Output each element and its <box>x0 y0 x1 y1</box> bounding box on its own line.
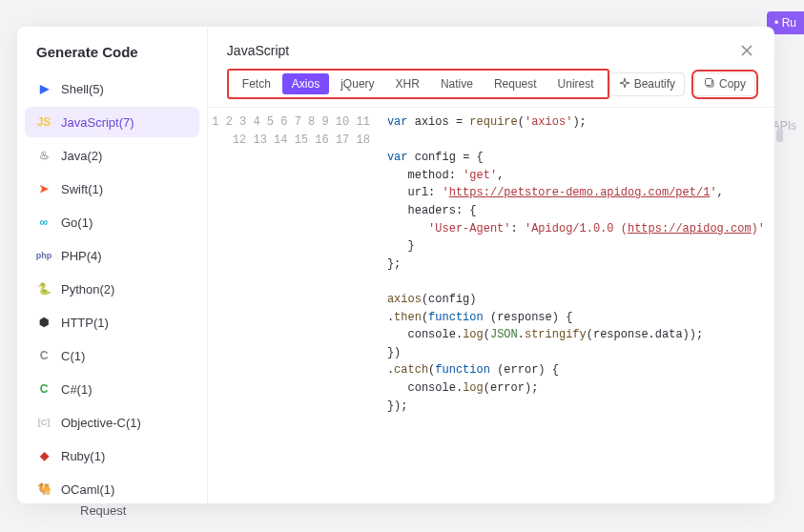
sidebar-item-label: PHP(4) <box>61 249 102 263</box>
sidebar-item-ruby-1-[interactable]: ◆Ruby(1) <box>25 440 199 471</box>
beautify-button[interactable]: Beautify <box>609 72 685 96</box>
sidebar-item-php-4-[interactable]: phpPHP(4) <box>25 240 199 271</box>
shell-icon: ▶ <box>36 81 52 96</box>
line-gutter: 1 2 3 4 5 6 7 8 9 10 11 12 13 14 15 16 1… <box>208 108 378 503</box>
code-content[interactable]: var axios = require('axios'); var config… <box>378 108 774 503</box>
copy-icon <box>704 77 715 92</box>
javascript-icon: JS <box>36 114 52 130</box>
main-panel: JavaScript FetchAxiosjQueryXHRNativeRequ… <box>208 27 774 503</box>
generate-code-modal: Generate Code ▶Shell(5)JSJavaScript(7)♨J… <box>17 27 774 503</box>
sidebar-item-label: Go(1) <box>61 215 93 230</box>
copy-label: Copy <box>719 77 746 91</box>
sidebar-item-label: OCaml(1) <box>61 482 114 497</box>
sidebar-item-python-2-[interactable]: 🐍Python(2) <box>25 274 199 304</box>
sidebar-item-javascript-7-[interactable]: JSJavaScript(7) <box>25 107 199 137</box>
tab-unirest[interactable]: Unirest <box>548 73 604 94</box>
tab-axios[interactable]: Axios <box>282 73 329 94</box>
sidebar-item-label: C#(1) <box>61 382 93 397</box>
scrollbar-thumb[interactable] <box>776 129 783 142</box>
sidebar-item-label: Objective-C(1) <box>61 416 141 430</box>
sidebar-item-label: Java(2) <box>61 149 102 163</box>
sidebar-item-label: Swift(1) <box>61 182 103 196</box>
ruby-icon: ◆ <box>36 448 52 463</box>
objc-icon: [C] <box>36 415 52 430</box>
php-icon: php <box>36 248 52 263</box>
sparkle-icon <box>619 77 630 92</box>
tab-native[interactable]: Native <box>431 73 483 94</box>
go-icon: ∞ <box>36 215 52 230</box>
tab-jquery[interactable]: jQuery <box>331 73 383 94</box>
copy-button[interactable]: Copy <box>694 72 755 96</box>
sidebar-item-java-2-[interactable]: ♨Java(2) <box>25 140 199 171</box>
ocaml-icon: 🐫 <box>36 481 52 497</box>
library-tabs: FetchAxiosjQueryXHRNativeRequestUnirest <box>227 69 609 99</box>
sidebar-item-shell-5-[interactable]: ▶Shell(5) <box>25 73 199 104</box>
close-icon[interactable] <box>738 42 755 59</box>
tab-request[interactable]: Request <box>484 73 546 94</box>
python-icon: 🐍 <box>36 281 52 297</box>
sidebar-item-label: HTTP(1) <box>61 316 109 330</box>
swift-icon: ➤ <box>36 181 52 196</box>
svg-rect-1 <box>705 78 711 85</box>
sidebar-item-label: C(1) <box>61 349 85 363</box>
sidebar-item-http-1-[interactable]: ⬢HTTP(1) <box>25 307 199 338</box>
java-icon: ♨ <box>36 148 52 163</box>
code-editor[interactable]: 1 2 3 4 5 6 7 8 9 10 11 12 13 14 15 16 1… <box>208 107 774 503</box>
sidebar-title: Generate Code <box>25 44 199 73</box>
language-sidebar: Generate Code ▶Shell(5)JSJavaScript(7)♨J… <box>17 27 208 503</box>
sidebar-item-ocaml-1-[interactable]: 🐫OCaml(1) <box>25 474 199 503</box>
sidebar-item-label: Ruby(1) <box>61 449 105 463</box>
sidebar-item-c-1-[interactable]: CC(1) <box>25 340 199 371</box>
main-title: JavaScript <box>227 43 289 58</box>
tab-xhr[interactable]: XHR <box>386 73 429 94</box>
sidebar-item-label: JavaScript(7) <box>61 115 134 130</box>
sidebar-item-label: Shell(5) <box>61 82 104 96</box>
csharp-icon: C <box>36 381 52 397</box>
tab-fetch[interactable]: Fetch <box>233 73 280 94</box>
beautify-label: Beautify <box>634 77 675 91</box>
http-icon: ⬢ <box>36 315 52 330</box>
sidebar-item-objective-c-1-[interactable]: [C]Objective-C(1) <box>25 407 199 438</box>
sidebar-item-swift-1-[interactable]: ➤Swift(1) <box>25 174 199 204</box>
sidebar-item-go-1-[interactable]: ∞Go(1) <box>25 207 199 237</box>
c-icon: C <box>36 348 52 363</box>
request-label-bg: Request <box>80 503 126 518</box>
sidebar-item-label: Python(2) <box>61 282 114 297</box>
sidebar-item-c-1-[interactable]: CC#(1) <box>25 374 199 404</box>
